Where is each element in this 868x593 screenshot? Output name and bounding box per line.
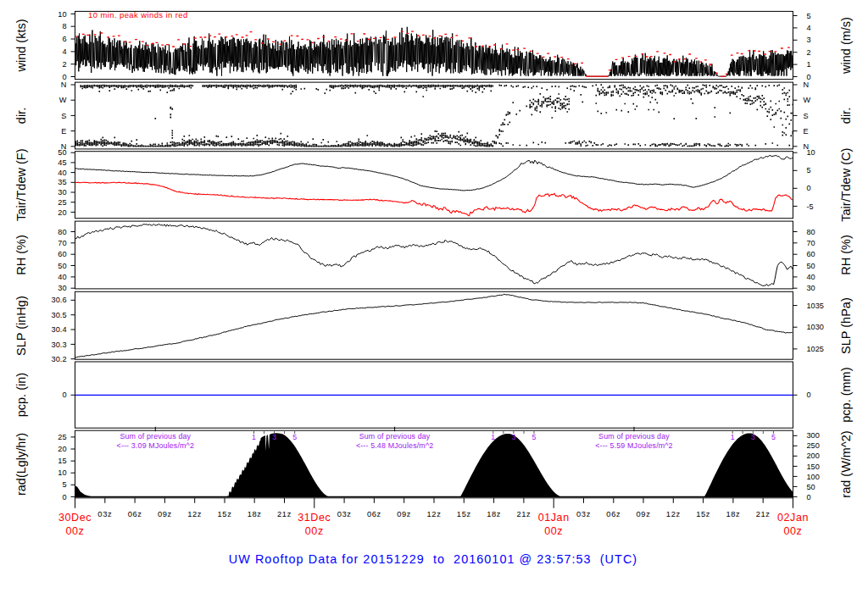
svg-text:60: 60	[58, 250, 66, 258]
svg-text:0: 0	[807, 73, 811, 81]
svg-text:S: S	[804, 112, 809, 120]
svg-text:dir.: dir.	[839, 108, 853, 124]
svg-text:18z: 18z	[726, 509, 740, 518]
svg-text:0: 0	[62, 73, 66, 81]
svg-text:1030: 1030	[807, 323, 824, 331]
svg-text:15z: 15z	[218, 509, 232, 518]
svg-text:80: 80	[58, 228, 66, 236]
svg-text:30.3: 30.3	[52, 341, 67, 349]
svg-text:15z: 15z	[457, 509, 471, 518]
svg-text:50: 50	[807, 483, 815, 491]
svg-text:1: 1	[807, 60, 811, 69]
svg-text:Sum of previous day: Sum of previous day	[120, 432, 191, 441]
svg-text:50: 50	[58, 148, 66, 157]
svg-text:10: 10	[58, 468, 66, 477]
svg-text:25: 25	[58, 433, 66, 441]
svg-text:02Jan: 02Jan	[777, 512, 809, 524]
svg-text:30: 30	[58, 284, 66, 292]
svg-text:4: 4	[62, 47, 66, 56]
svg-text:09z: 09z	[397, 509, 411, 518]
svg-text:10 min. peak winds in red: 10 min. peak winds in red	[88, 10, 188, 19]
svg-text:06z: 06z	[367, 509, 381, 518]
svg-text:RH (%): RH (%)	[839, 235, 853, 275]
svg-text:E: E	[61, 127, 66, 136]
svg-text:15: 15	[58, 457, 66, 465]
svg-text:Tair/Tdew (F): Tair/Tdew (F)	[14, 148, 28, 220]
svg-text:rad (W/m^2): rad (W/m^2)	[839, 430, 853, 497]
svg-text:30Dec: 30Dec	[58, 512, 92, 524]
svg-text:10: 10	[58, 10, 66, 19]
svg-text:SLP (inHg): SLP (inHg)	[14, 296, 28, 356]
svg-text:6: 6	[62, 35, 66, 43]
svg-text:70: 70	[58, 239, 66, 247]
svg-text:1035: 1035	[807, 302, 824, 310]
svg-text:5: 5	[807, 12, 811, 20]
svg-text:N: N	[804, 80, 810, 89]
svg-text:wind (kts): wind (kts)	[14, 19, 28, 72]
svg-text:50: 50	[58, 262, 66, 270]
svg-text:dir.: dir.	[14, 108, 28, 124]
svg-text:00z: 00z	[544, 525, 563, 537]
svg-text:12z: 12z	[187, 509, 202, 518]
svg-text:W: W	[804, 96, 811, 104]
svg-text:00z: 00z	[305, 525, 324, 537]
svg-text:00z: 00z	[66, 525, 85, 537]
svg-text:00z: 00z	[784, 525, 803, 537]
svg-text:S: S	[61, 112, 66, 120]
svg-text:5: 5	[807, 166, 811, 175]
svg-text:80: 80	[807, 228, 815, 236]
svg-text:20: 20	[58, 445, 66, 453]
svg-text:15z: 15z	[696, 509, 710, 518]
svg-text:200: 200	[807, 452, 820, 460]
svg-text:12z: 12z	[427, 509, 442, 518]
svg-text:pcp. (mm): pcp. (mm)	[839, 367, 853, 422]
svg-text:5: 5	[62, 480, 66, 489]
svg-text:1025: 1025	[807, 345, 824, 353]
svg-text:100: 100	[807, 473, 820, 481]
svg-text:70: 70	[807, 239, 815, 247]
svg-text:20: 20	[58, 208, 66, 217]
svg-text:pcp. (in): pcp. (in)	[14, 373, 28, 417]
svg-text:2: 2	[807, 48, 811, 57]
svg-text:Tair/Tdew (C): Tair/Tdew (C)	[839, 148, 853, 222]
svg-text:2: 2	[62, 60, 66, 69]
svg-text:40: 40	[58, 169, 66, 177]
svg-text:4: 4	[807, 24, 811, 32]
svg-text:0: 0	[62, 493, 66, 502]
svg-text:Sum of previous day: Sum of previous day	[598, 432, 670, 441]
svg-text:50: 50	[807, 262, 815, 270]
svg-text:Sum of previous day: Sum of previous day	[359, 432, 431, 441]
svg-text:30: 30	[807, 284, 815, 292]
svg-text:30: 30	[58, 188, 66, 197]
svg-text:10: 10	[807, 148, 815, 157]
svg-text:8: 8	[62, 22, 66, 30]
svg-text:<--- 5.48 MJoules/m^2: <--- 5.48 MJoules/m^2	[356, 441, 433, 450]
svg-text:<--- 3.09 MJoules/m^2: <--- 3.09 MJoules/m^2	[117, 441, 194, 450]
svg-text:09z: 09z	[158, 509, 172, 518]
svg-text:31Dec: 31Dec	[298, 512, 331, 524]
svg-text:40: 40	[58, 273, 66, 281]
svg-text:45: 45	[58, 158, 66, 167]
svg-text:RH (%): RH (%)	[14, 235, 28, 275]
svg-text:09z: 09z	[637, 509, 651, 518]
svg-text:06z: 06z	[606, 509, 620, 518]
svg-text:25: 25	[58, 198, 66, 207]
svg-text:03z: 03z	[97, 509, 112, 518]
svg-text:-5: -5	[807, 202, 814, 211]
svg-text:3: 3	[807, 36, 811, 44]
svg-text:0: 0	[807, 391, 811, 399]
svg-text:12z: 12z	[666, 509, 681, 518]
svg-text:21z: 21z	[277, 509, 292, 518]
svg-text:150: 150	[807, 463, 820, 471]
svg-text:<--- 5.59 MJoules/m^2: <--- 5.59 MJoules/m^2	[595, 441, 672, 450]
svg-text:0: 0	[807, 184, 811, 192]
svg-text:18z: 18z	[248, 509, 262, 518]
svg-text:E: E	[804, 127, 809, 136]
svg-text:250: 250	[807, 441, 820, 450]
svg-text:30.4: 30.4	[52, 325, 67, 334]
svg-text:SLP (hPa): SLP (hPa)	[839, 297, 853, 354]
svg-text:21z: 21z	[516, 509, 531, 518]
svg-text:60: 60	[807, 250, 815, 258]
svg-text:30.2: 30.2	[52, 355, 67, 363]
svg-text:30.6: 30.6	[52, 296, 67, 304]
